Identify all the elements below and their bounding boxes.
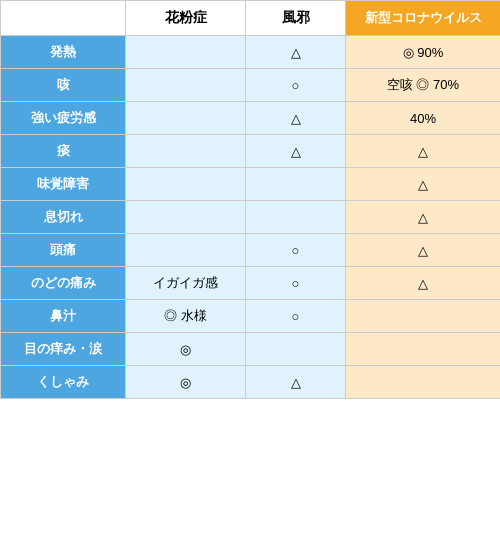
table-row: くしゃみ◎△: [1, 366, 501, 399]
symptom-cell: くしゃみ: [1, 366, 126, 399]
table-row: のどの痛みイガイガ感○△: [1, 267, 501, 300]
corona-cell: ◎ 90%: [346, 36, 501, 69]
table-row: 目の痒み・涙◎: [1, 333, 501, 366]
comparison-table: 花粉症 風邪 新型コロナウイルス 発熱△◎ 90%咳○空咳 ◎ 70%強い疲労感…: [0, 0, 500, 399]
corona-cell: [346, 300, 501, 333]
table-row: 発熱△◎ 90%: [1, 36, 501, 69]
kafun-cell: ◎ 水様: [126, 300, 246, 333]
header-corona: 新型コロナウイルス: [346, 1, 501, 36]
symptom-cell: 強い疲労感: [1, 102, 126, 135]
corona-cell: △: [346, 201, 501, 234]
corona-cell: 40%: [346, 102, 501, 135]
kaze-cell: ○: [246, 234, 346, 267]
kafun-cell: [126, 168, 246, 201]
symptom-cell: のどの痛み: [1, 267, 126, 300]
symptom-cell: 咳: [1, 69, 126, 102]
kafun-cell: ◎: [126, 366, 246, 399]
kafun-cell: [126, 69, 246, 102]
kaze-cell: [246, 201, 346, 234]
table-row: 強い疲労感△40%: [1, 102, 501, 135]
kafun-cell: [126, 234, 246, 267]
symptom-cell: 目の痒み・涙: [1, 333, 126, 366]
kaze-cell: ○: [246, 267, 346, 300]
symptom-cell: 頭痛: [1, 234, 126, 267]
header-kaze: 風邪: [246, 1, 346, 36]
table-row: 咳○空咳 ◎ 70%: [1, 69, 501, 102]
table-row: 鼻汁◎ 水様○: [1, 300, 501, 333]
corona-cell: [346, 333, 501, 366]
kaze-cell: ○: [246, 300, 346, 333]
kaze-cell: [246, 333, 346, 366]
kafun-cell: [126, 36, 246, 69]
corona-cell: △: [346, 168, 501, 201]
symptom-cell: 息切れ: [1, 201, 126, 234]
table-row: 味覚障害△: [1, 168, 501, 201]
kaze-cell: [246, 168, 346, 201]
kaze-cell: ○: [246, 69, 346, 102]
corona-cell: △: [346, 135, 501, 168]
symptom-cell: 味覚障害: [1, 168, 126, 201]
corona-cell: 空咳 ◎ 70%: [346, 69, 501, 102]
symptom-cell: 痰: [1, 135, 126, 168]
kaze-cell: △: [246, 36, 346, 69]
kafun-cell: [126, 102, 246, 135]
kafun-cell: [126, 135, 246, 168]
header-symptom: [1, 1, 126, 36]
kaze-cell: △: [246, 366, 346, 399]
symptom-cell: 発熱: [1, 36, 126, 69]
corona-cell: △: [346, 234, 501, 267]
table-row: 痰△△: [1, 135, 501, 168]
kafun-cell: ◎: [126, 333, 246, 366]
header-kafun: 花粉症: [126, 1, 246, 36]
symptom-cell: 鼻汁: [1, 300, 126, 333]
kaze-cell: △: [246, 102, 346, 135]
table-row: 頭痛○△: [1, 234, 501, 267]
kafun-cell: イガイガ感: [126, 267, 246, 300]
kaze-cell: △: [246, 135, 346, 168]
corona-cell: △: [346, 267, 501, 300]
corona-cell: [346, 366, 501, 399]
table-row: 息切れ△: [1, 201, 501, 234]
kafun-cell: [126, 201, 246, 234]
